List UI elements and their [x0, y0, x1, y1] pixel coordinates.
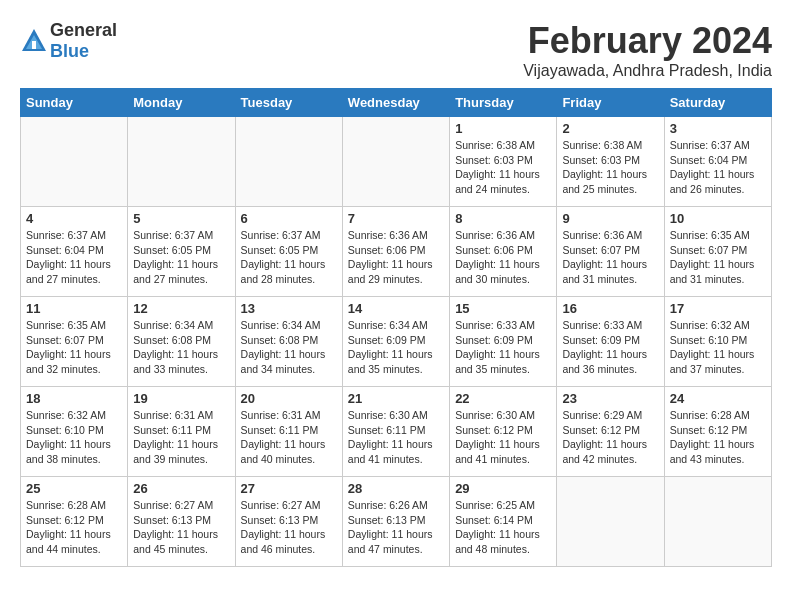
- day-info: Sunrise: 6:37 AMSunset: 6:04 PMDaylight:…: [26, 228, 122, 287]
- day-info: Sunrise: 6:34 AMSunset: 6:09 PMDaylight:…: [348, 318, 444, 377]
- col-header-sunday: Sunday: [21, 89, 128, 117]
- week-row-4: 18Sunrise: 6:32 AMSunset: 6:10 PMDayligh…: [21, 387, 772, 477]
- day-number: 12: [133, 301, 229, 316]
- day-info: Sunrise: 6:28 AMSunset: 6:12 PMDaylight:…: [670, 408, 766, 467]
- day-number: 17: [670, 301, 766, 316]
- calendar-cell: 20Sunrise: 6:31 AMSunset: 6:11 PMDayligh…: [235, 387, 342, 477]
- calendar-cell: 2Sunrise: 6:38 AMSunset: 6:03 PMDaylight…: [557, 117, 664, 207]
- calendar-cell: [664, 477, 771, 567]
- logo-icon: [20, 27, 48, 55]
- calendar-cell: [21, 117, 128, 207]
- calendar-cell: 19Sunrise: 6:31 AMSunset: 6:11 PMDayligh…: [128, 387, 235, 477]
- day-info: Sunrise: 6:37 AMSunset: 6:05 PMDaylight:…: [241, 228, 337, 287]
- calendar-cell: 15Sunrise: 6:33 AMSunset: 6:09 PMDayligh…: [450, 297, 557, 387]
- day-info: Sunrise: 6:27 AMSunset: 6:13 PMDaylight:…: [133, 498, 229, 557]
- day-info: Sunrise: 6:34 AMSunset: 6:08 PMDaylight:…: [133, 318, 229, 377]
- calendar-cell: 22Sunrise: 6:30 AMSunset: 6:12 PMDayligh…: [450, 387, 557, 477]
- day-number: 25: [26, 481, 122, 496]
- calendar-cell: 24Sunrise: 6:28 AMSunset: 6:12 PMDayligh…: [664, 387, 771, 477]
- day-number: 14: [348, 301, 444, 316]
- week-row-2: 4Sunrise: 6:37 AMSunset: 6:04 PMDaylight…: [21, 207, 772, 297]
- day-number: 18: [26, 391, 122, 406]
- calendar-cell: 7Sunrise: 6:36 AMSunset: 6:06 PMDaylight…: [342, 207, 449, 297]
- day-number: 7: [348, 211, 444, 226]
- day-info: Sunrise: 6:26 AMSunset: 6:13 PMDaylight:…: [348, 498, 444, 557]
- day-number: 4: [26, 211, 122, 226]
- day-info: Sunrise: 6:33 AMSunset: 6:09 PMDaylight:…: [562, 318, 658, 377]
- calendar-cell: 8Sunrise: 6:36 AMSunset: 6:06 PMDaylight…: [450, 207, 557, 297]
- calendar-cell: 28Sunrise: 6:26 AMSunset: 6:13 PMDayligh…: [342, 477, 449, 567]
- day-number: 22: [455, 391, 551, 406]
- day-number: 1: [455, 121, 551, 136]
- logo-blue: Blue: [50, 41, 89, 61]
- calendar-cell: 26Sunrise: 6:27 AMSunset: 6:13 PMDayligh…: [128, 477, 235, 567]
- calendar-cell: 18Sunrise: 6:32 AMSunset: 6:10 PMDayligh…: [21, 387, 128, 477]
- calendar-header-row: SundayMondayTuesdayWednesdayThursdayFrid…: [21, 89, 772, 117]
- month-title: February 2024: [523, 20, 772, 62]
- calendar-cell: 16Sunrise: 6:33 AMSunset: 6:09 PMDayligh…: [557, 297, 664, 387]
- day-number: 3: [670, 121, 766, 136]
- day-info: Sunrise: 6:37 AMSunset: 6:04 PMDaylight:…: [670, 138, 766, 197]
- calendar-cell: 11Sunrise: 6:35 AMSunset: 6:07 PMDayligh…: [21, 297, 128, 387]
- day-info: Sunrise: 6:34 AMSunset: 6:08 PMDaylight:…: [241, 318, 337, 377]
- day-info: Sunrise: 6:35 AMSunset: 6:07 PMDaylight:…: [26, 318, 122, 377]
- calendar-cell: [128, 117, 235, 207]
- calendar-cell: 27Sunrise: 6:27 AMSunset: 6:13 PMDayligh…: [235, 477, 342, 567]
- col-header-tuesday: Tuesday: [235, 89, 342, 117]
- day-info: Sunrise: 6:27 AMSunset: 6:13 PMDaylight:…: [241, 498, 337, 557]
- calendar-cell: 10Sunrise: 6:35 AMSunset: 6:07 PMDayligh…: [664, 207, 771, 297]
- day-number: 16: [562, 301, 658, 316]
- day-number: 19: [133, 391, 229, 406]
- day-number: 11: [26, 301, 122, 316]
- calendar-cell: [557, 477, 664, 567]
- day-number: 10: [670, 211, 766, 226]
- calendar-cell: 6Sunrise: 6:37 AMSunset: 6:05 PMDaylight…: [235, 207, 342, 297]
- week-row-5: 25Sunrise: 6:28 AMSunset: 6:12 PMDayligh…: [21, 477, 772, 567]
- day-info: Sunrise: 6:29 AMSunset: 6:12 PMDaylight:…: [562, 408, 658, 467]
- col-header-wednesday: Wednesday: [342, 89, 449, 117]
- logo: General Blue: [20, 20, 117, 62]
- day-info: Sunrise: 6:38 AMSunset: 6:03 PMDaylight:…: [455, 138, 551, 197]
- day-info: Sunrise: 6:36 AMSunset: 6:07 PMDaylight:…: [562, 228, 658, 287]
- day-info: Sunrise: 6:37 AMSunset: 6:05 PMDaylight:…: [133, 228, 229, 287]
- day-number: 5: [133, 211, 229, 226]
- day-info: Sunrise: 6:36 AMSunset: 6:06 PMDaylight:…: [455, 228, 551, 287]
- day-info: Sunrise: 6:25 AMSunset: 6:14 PMDaylight:…: [455, 498, 551, 557]
- day-number: 24: [670, 391, 766, 406]
- calendar-cell: 12Sunrise: 6:34 AMSunset: 6:08 PMDayligh…: [128, 297, 235, 387]
- calendar-cell: 13Sunrise: 6:34 AMSunset: 6:08 PMDayligh…: [235, 297, 342, 387]
- calendar-cell: 1Sunrise: 6:38 AMSunset: 6:03 PMDaylight…: [450, 117, 557, 207]
- day-info: Sunrise: 6:32 AMSunset: 6:10 PMDaylight:…: [26, 408, 122, 467]
- day-number: 21: [348, 391, 444, 406]
- calendar-cell: 29Sunrise: 6:25 AMSunset: 6:14 PMDayligh…: [450, 477, 557, 567]
- calendar-cell: 14Sunrise: 6:34 AMSunset: 6:09 PMDayligh…: [342, 297, 449, 387]
- calendar-table: SundayMondayTuesdayWednesdayThursdayFrid…: [20, 88, 772, 567]
- day-info: Sunrise: 6:38 AMSunset: 6:03 PMDaylight:…: [562, 138, 658, 197]
- calendar-cell: 3Sunrise: 6:37 AMSunset: 6:04 PMDaylight…: [664, 117, 771, 207]
- calendar-cell: 9Sunrise: 6:36 AMSunset: 6:07 PMDaylight…: [557, 207, 664, 297]
- location-title: Vijayawada, Andhra Pradesh, India: [523, 62, 772, 80]
- col-header-saturday: Saturday: [664, 89, 771, 117]
- day-info: Sunrise: 6:32 AMSunset: 6:10 PMDaylight:…: [670, 318, 766, 377]
- week-row-1: 1Sunrise: 6:38 AMSunset: 6:03 PMDaylight…: [21, 117, 772, 207]
- day-number: 28: [348, 481, 444, 496]
- day-number: 6: [241, 211, 337, 226]
- calendar-cell: 4Sunrise: 6:37 AMSunset: 6:04 PMDaylight…: [21, 207, 128, 297]
- calendar-cell: 5Sunrise: 6:37 AMSunset: 6:05 PMDaylight…: [128, 207, 235, 297]
- title-block: February 2024 Vijayawada, Andhra Pradesh…: [523, 20, 772, 80]
- day-number: 15: [455, 301, 551, 316]
- day-number: 9: [562, 211, 658, 226]
- day-number: 23: [562, 391, 658, 406]
- page-header: General Blue February 2024 Vijayawada, A…: [20, 20, 772, 80]
- calendar-cell: 25Sunrise: 6:28 AMSunset: 6:12 PMDayligh…: [21, 477, 128, 567]
- day-info: Sunrise: 6:31 AMSunset: 6:11 PMDaylight:…: [241, 408, 337, 467]
- col-header-friday: Friday: [557, 89, 664, 117]
- day-info: Sunrise: 6:30 AMSunset: 6:12 PMDaylight:…: [455, 408, 551, 467]
- calendar-cell: [342, 117, 449, 207]
- day-number: 29: [455, 481, 551, 496]
- day-number: 27: [241, 481, 337, 496]
- day-info: Sunrise: 6:28 AMSunset: 6:12 PMDaylight:…: [26, 498, 122, 557]
- day-info: Sunrise: 6:31 AMSunset: 6:11 PMDaylight:…: [133, 408, 229, 467]
- day-number: 8: [455, 211, 551, 226]
- day-number: 20: [241, 391, 337, 406]
